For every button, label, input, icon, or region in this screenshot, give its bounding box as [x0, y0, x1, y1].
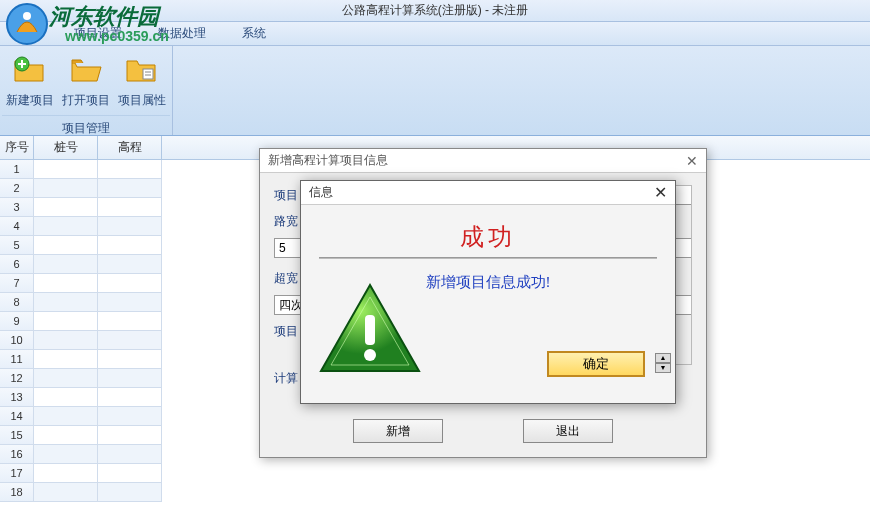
title-bar: 公路高程计算系统(注册版) - 未注册 — [0, 0, 870, 22]
dialog-title: 新增高程计算项目信息 — [268, 152, 388, 169]
project-props-button[interactable]: 项目属性 — [114, 50, 170, 111]
cell-pile[interactable] — [34, 350, 98, 369]
cell-elev[interactable] — [98, 312, 162, 331]
project-props-label: 项目属性 — [118, 92, 166, 109]
row-number[interactable]: 5 — [0, 236, 34, 255]
grid-header-pile[interactable]: 桩号 — [34, 136, 98, 159]
row-number[interactable]: 8 — [0, 293, 34, 312]
cell-elev[interactable] — [98, 407, 162, 426]
folder-props-icon — [124, 52, 160, 88]
cell-pile[interactable] — [34, 331, 98, 350]
new-project-button[interactable]: 新建项目 — [2, 50, 58, 111]
app-title: 公路高程计算系统(注册版) - 未注册 — [342, 2, 529, 19]
cell-elev[interactable] — [98, 483, 162, 502]
grid-header-elev[interactable]: 高程 — [98, 136, 162, 159]
cell-pile[interactable] — [34, 160, 98, 179]
cell-pile[interactable] — [34, 426, 98, 445]
cell-pile[interactable] — [34, 483, 98, 502]
cell-elev[interactable] — [98, 331, 162, 350]
row-number[interactable]: 12 — [0, 369, 34, 388]
row-number[interactable]: 18 — [0, 483, 34, 502]
open-project-button[interactable]: 打开项目 — [58, 50, 114, 111]
cell-elev[interactable] — [98, 274, 162, 293]
row-number[interactable]: 15 — [0, 426, 34, 445]
cell-elev[interactable] — [98, 255, 162, 274]
cell-elev[interactable] — [98, 179, 162, 198]
spinner-down-icon[interactable]: ▼ — [655, 363, 671, 373]
cell-elev[interactable] — [98, 445, 162, 464]
row-number[interactable]: 14 — [0, 407, 34, 426]
menu-system[interactable]: 系统 — [224, 25, 284, 42]
row-number[interactable]: 7 — [0, 274, 34, 293]
cell-pile[interactable] — [34, 407, 98, 426]
cell-elev[interactable] — [98, 369, 162, 388]
cell-elev[interactable] — [98, 464, 162, 483]
row-number[interactable]: 1 — [0, 160, 34, 179]
folder-plus-icon — [12, 52, 48, 88]
cell-elev[interactable] — [98, 388, 162, 407]
cell-elev[interactable] — [98, 350, 162, 369]
close-icon[interactable]: ✕ — [686, 153, 698, 169]
warning-triangle-icon — [315, 279, 425, 383]
cell-elev[interactable] — [98, 217, 162, 236]
cell-pile[interactable] — [34, 293, 98, 312]
message-title-bar[interactable]: 信息 ✕ — [301, 181, 675, 205]
ribbon-group-project: 新建项目 打开项目 — [0, 46, 173, 135]
folder-open-icon — [68, 52, 104, 88]
row-number[interactable]: 11 — [0, 350, 34, 369]
cell-pile[interactable] — [34, 236, 98, 255]
ok-button[interactable]: 确定 — [547, 351, 645, 377]
divider — [319, 257, 657, 259]
cell-elev[interactable] — [98, 198, 162, 217]
row-number[interactable]: 16 — [0, 445, 34, 464]
menu-project-settings[interactable]: 项目设置 — [56, 25, 140, 42]
cell-elev[interactable] — [98, 236, 162, 255]
cell-elev[interactable] — [98, 426, 162, 445]
spinner[interactable]: ▲ ▼ — [655, 353, 671, 373]
table-row[interactable]: 18 — [0, 483, 870, 502]
menu-bar: 项目设置 数据处理 系统 — [0, 22, 870, 46]
close-icon[interactable]: ✕ — [654, 183, 667, 202]
row-number[interactable]: 10 — [0, 331, 34, 350]
grid-header-seq[interactable]: 序号 — [0, 136, 34, 159]
cell-pile[interactable] — [34, 217, 98, 236]
svg-point-7 — [364, 349, 376, 361]
cell-pile[interactable] — [34, 388, 98, 407]
new-project-label: 新建项目 — [6, 92, 54, 109]
message-dialog: 信息 ✕ 成功 新增项目信息成功! 确定 ▲ ▼ — [300, 180, 676, 404]
cell-pile[interactable] — [34, 198, 98, 217]
row-number[interactable]: 6 — [0, 255, 34, 274]
cell-pile[interactable] — [34, 274, 98, 293]
spinner-up-icon[interactable]: ▲ — [655, 353, 671, 363]
success-heading: 成功 — [315, 221, 661, 253]
cell-pile[interactable] — [34, 464, 98, 483]
row-number[interactable]: 3 — [0, 198, 34, 217]
row-number[interactable]: 2 — [0, 179, 34, 198]
table-row[interactable]: 17 — [0, 464, 870, 483]
ribbon: 新建项目 打开项目 — [0, 46, 870, 136]
exit-button[interactable]: 退出 — [523, 419, 613, 443]
row-number[interactable]: 13 — [0, 388, 34, 407]
add-button[interactable]: 新增 — [353, 419, 443, 443]
cell-elev[interactable] — [98, 160, 162, 179]
row-number[interactable]: 4 — [0, 217, 34, 236]
message-title: 信息 — [309, 184, 333, 201]
svg-rect-3 — [143, 69, 153, 79]
open-project-label: 打开项目 — [62, 92, 110, 109]
cell-elev[interactable] — [98, 293, 162, 312]
row-number[interactable]: 9 — [0, 312, 34, 331]
dialog-title-bar[interactable]: 新增高程计算项目信息 ✕ — [260, 149, 706, 173]
cell-pile[interactable] — [34, 179, 98, 198]
cell-pile[interactable] — [34, 369, 98, 388]
row-number[interactable]: 17 — [0, 464, 34, 483]
menu-data-process[interactable]: 数据处理 — [140, 25, 224, 42]
svg-rect-6 — [365, 315, 375, 345]
cell-pile[interactable] — [34, 255, 98, 274]
cell-pile[interactable] — [34, 445, 98, 464]
cell-pile[interactable] — [34, 312, 98, 331]
